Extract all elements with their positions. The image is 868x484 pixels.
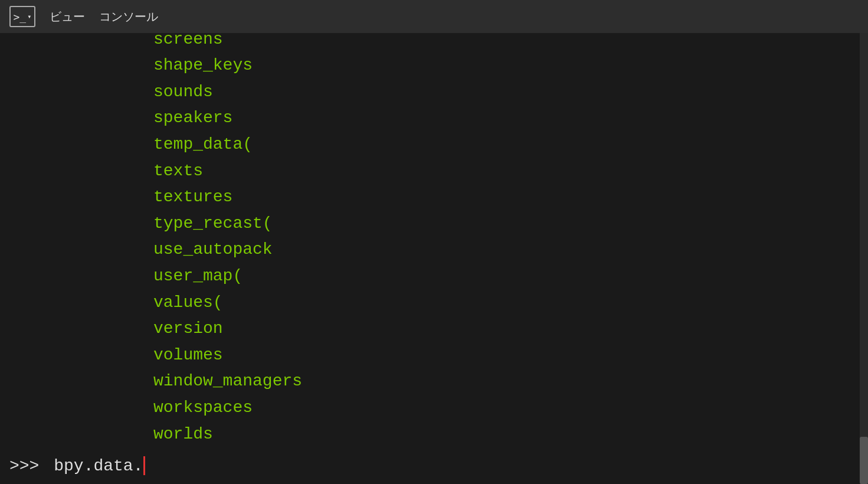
list-item: workspaces	[0, 395, 868, 421]
list-item: window_managers	[0, 368, 868, 395]
cursor	[143, 456, 145, 475]
list-item: version	[0, 316, 868, 342]
app: >_ ▾ ビュー コンソール scenesscreensshape_keysso…	[0, 0, 868, 484]
list-item: speakers	[0, 105, 868, 132]
console-input[interactable]: bpy.data.	[54, 457, 143, 475]
scrollbar[interactable]	[860, 33, 868, 484]
list-item: texts	[0, 158, 868, 185]
list-item: worlds	[0, 421, 868, 448]
list-item: user_map(	[0, 263, 868, 290]
terminal-icon[interactable]: >_ ▾	[9, 6, 35, 27]
console-area: scenesscreensshape_keyssoundsspeakerstem…	[0, 33, 868, 484]
titlebar: >_ ▾ ビュー コンソール	[0, 0, 868, 33]
list-item: screens	[0, 33, 868, 53]
output-list: scenesscreensshape_keyssoundsspeakerstem…	[0, 33, 868, 447]
scrollbar-thumb[interactable]	[860, 437, 868, 484]
list-item: use_autopack	[0, 237, 868, 263]
list-item: type_recast(	[0, 211, 868, 237]
list-item: shape_keys	[0, 53, 868, 79]
list-item: volumes	[0, 342, 868, 369]
list-item: values(	[0, 290, 868, 316]
menu-item-view[interactable]: ビュー	[50, 9, 85, 25]
input-line[interactable]: >>> bpy.data.	[0, 447, 868, 484]
list-item: textures	[0, 184, 868, 211]
list-item: temp_data(	[0, 132, 868, 158]
terminal-bracket-icon: >_	[14, 11, 27, 23]
console-prompt: >>>	[9, 457, 49, 475]
list-item: sounds	[0, 79, 868, 106]
chevron-down-icon: ▾	[27, 12, 31, 21]
menu-item-console[interactable]: コンソール	[99, 9, 158, 25]
menu-bar: ビュー コンソール	[50, 9, 158, 25]
